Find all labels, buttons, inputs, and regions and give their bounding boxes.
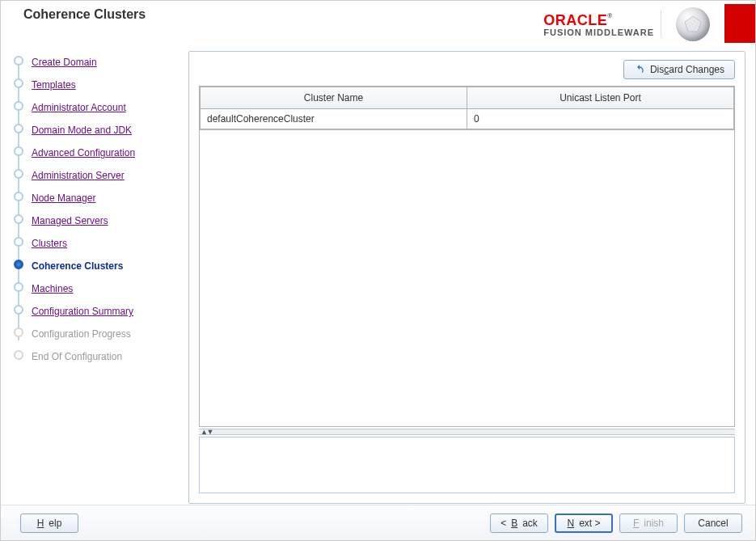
step-domain-mode-and-jdk[interactable]: Domain Mode and JDK — [12, 119, 184, 142]
step-bullet-icon — [14, 124, 23, 133]
help-button[interactable]: Help — [20, 514, 78, 533]
step-clusters[interactable]: Clusters — [12, 232, 184, 255]
brand-subtitle: FUSION MIDDLEWARE — [543, 27, 654, 37]
step-label[interactable]: Advanced Configuration — [32, 147, 135, 158]
svg-marker-0 — [685, 16, 701, 32]
table-row[interactable]: defaultCoherenceCluster0 — [201, 109, 734, 129]
step-bullet-icon — [14, 350, 23, 360]
step-label[interactable]: Administration Server — [32, 170, 125, 181]
col-cluster-name[interactable]: Cluster Name — [201, 87, 467, 109]
main-panel: Discard Changes Cluster Name Unicast Lis… — [188, 51, 745, 504]
page-title: Coherence Clusters — [23, 7, 146, 22]
step-label[interactable]: Administrator Account — [32, 102, 126, 113]
detail-panel — [199, 437, 735, 493]
step-configuration-progress: Configuration Progress — [12, 323, 184, 345]
step-administration-server[interactable]: Administration Server — [12, 164, 184, 187]
step-label[interactable]: Clusters — [32, 238, 67, 249]
step-bullet-icon — [14, 328, 23, 337]
step-coherence-clusters[interactable]: Coherence Clusters — [12, 255, 184, 277]
step-advanced-configuration[interactable]: Advanced Configuration — [12, 142, 184, 164]
split-handle[interactable]: ▲ ▼ — [199, 429, 735, 435]
step-bullet-icon — [14, 192, 23, 201]
step-bullet-icon — [14, 260, 23, 269]
step-bullet-icon — [14, 237, 23, 247]
step-administrator-account[interactable]: Administrator Account — [12, 96, 184, 119]
step-node-manager[interactable]: Node Manager — [12, 187, 184, 209]
step-templates[interactable]: Templates — [12, 74, 184, 96]
step-bullet-icon — [14, 101, 23, 111]
step-label: Configuration Progress — [32, 328, 131, 340]
step-label[interactable]: Machines — [32, 283, 73, 294]
col-unicast-port[interactable]: Unicast Listen Port — [467, 87, 734, 109]
step-bullet-icon — [14, 282, 23, 292]
next-button[interactable]: Next > — [555, 514, 613, 533]
brand-oracle: ORACLE® — [543, 12, 612, 29]
step-label[interactable]: Managed Servers — [32, 215, 108, 226]
brand-area: ORACLE® FUSION MIDDLEWARE — [543, 4, 755, 43]
step-create-domain[interactable]: Create Domain — [12, 51, 184, 74]
table-empty-area — [199, 130, 735, 427]
step-bullet-icon — [14, 169, 23, 179]
step-label[interactable]: Configuration Summary — [32, 306, 133, 317]
step-bullet-icon — [14, 305, 23, 315]
step-bullet-icon — [14, 214, 23, 224]
step-end-of-configuration: End Of Configuration — [12, 345, 184, 368]
step-label[interactable]: Coherence Clusters — [32, 260, 123, 272]
step-label[interactable]: Domain Mode and JDK — [32, 125, 132, 136]
step-machines[interactable]: Machines — [12, 277, 184, 300]
step-bullet-icon — [14, 78, 23, 88]
step-label[interactable]: Templates — [32, 79, 76, 91]
step-label[interactable]: Create Domain — [32, 57, 97, 68]
back-button[interactable]: < Back — [490, 514, 548, 533]
step-label[interactable]: Node Manager — [32, 192, 95, 204]
discard-changes-button[interactable]: Discard Changes — [623, 60, 735, 79]
brand-art — [666, 4, 755, 43]
step-bullet-icon — [14, 146, 23, 156]
step-label: End Of Configuration — [32, 351, 122, 362]
finish-button: Finish — [619, 514, 678, 533]
cell-unicast-port[interactable]: 0 — [467, 109, 734, 129]
undo-icon — [634, 64, 645, 75]
cell-cluster-name[interactable]: defaultCoherenceCluster — [201, 109, 467, 129]
step-managed-servers[interactable]: Managed Servers — [12, 209, 184, 232]
wizard-sidebar: Create DomainTemplatesAdministrator Acco… — [1, 43, 188, 504]
step-bullet-icon — [14, 56, 23, 66]
cancel-button[interactable]: Cancel — [684, 514, 742, 533]
coherence-table: Cluster Name Unicast Listen Port default… — [199, 86, 735, 130]
step-configuration-summary[interactable]: Configuration Summary — [12, 300, 184, 323]
